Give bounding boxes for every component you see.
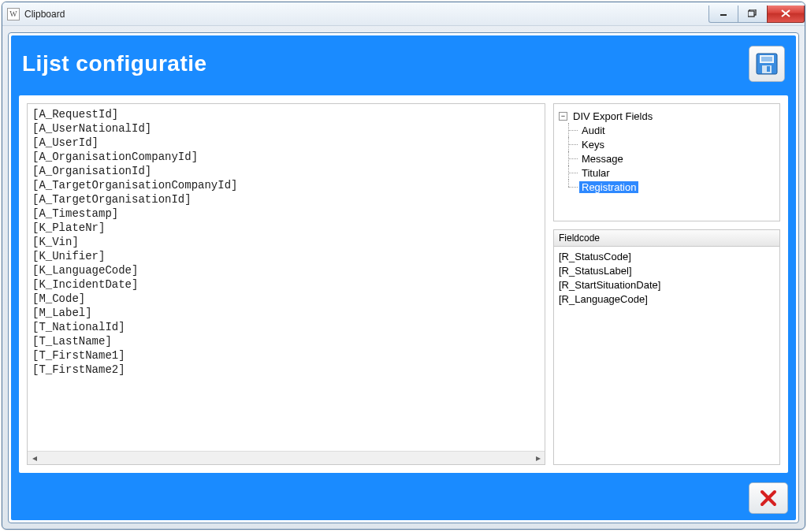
- tree-node[interactable]: Audit: [559, 123, 775, 137]
- right-column: − DIV Export Fields AuditKeysMessageTitu…: [553, 103, 780, 465]
- content-panel: ◂ ▸ − DIV Export Fields: [19, 95, 788, 473]
- fieldcode-row[interactable]: [R_StatusCode]: [559, 250, 775, 264]
- cancel-icon: [760, 489, 777, 507]
- fieldcode-header[interactable]: Fieldcode: [554, 230, 779, 247]
- tree-node-label: Registration: [579, 181, 638, 193]
- svg-rect-1: [749, 9, 756, 15]
- close-window-button[interactable]: [767, 6, 805, 23]
- minimize-icon: [720, 9, 727, 17]
- field-list-editor[interactable]: [28, 104, 545, 451]
- save-button[interactable]: [749, 46, 785, 82]
- client-area: Lijst configuratie: [8, 32, 799, 523]
- tree-node[interactable]: Keys: [559, 137, 775, 151]
- layout: ◂ ▸ − DIV Export Fields: [27, 103, 780, 465]
- tree-panel: − DIV Export Fields AuditKeysMessageTitu…: [553, 103, 780, 221]
- export-fields-tree[interactable]: − DIV Export Fields AuditKeysMessageTitu…: [559, 109, 775, 194]
- tree-node[interactable]: Registration: [559, 180, 775, 194]
- svg-line-3: [782, 10, 790, 17]
- fieldcode-row[interactable]: [R_StatusLabel]: [559, 264, 775, 278]
- scroll-left-icon: ◂: [28, 452, 41, 465]
- horizontal-scrollbar[interactable]: ◂ ▸: [28, 451, 545, 464]
- tree-node-label: Audit: [579, 125, 608, 136]
- tree-root[interactable]: − DIV Export Fields: [559, 109, 775, 123]
- app-icon: W: [7, 8, 20, 20]
- svg-rect-2: [748, 11, 754, 17]
- tree-node[interactable]: Titular: [559, 166, 775, 180]
- title-bar: W Clipboard: [2, 2, 805, 26]
- tree-connector-icon: [563, 180, 579, 194]
- close-icon: [781, 9, 790, 17]
- scroll-right-icon: ▸: [531, 452, 545, 465]
- page-header: Lijst configuratie: [11, 35, 796, 92]
- editor-panel: ◂ ▸: [27, 103, 545, 465]
- tree-root-label: DIV Export Fields: [571, 110, 655, 122]
- maximize-button[interactable]: [738, 6, 768, 23]
- minimize-button[interactable]: [708, 6, 738, 23]
- tree-connector-icon: [563, 123, 579, 137]
- app-window: W Clipboard Lijst configu: [2, 2, 805, 530]
- fieldcode-panel: Fieldcode [R_StatusCode][R_StatusLabel][…: [553, 229, 780, 465]
- svg-rect-11: [767, 66, 770, 72]
- page-title: Lijst configuratie: [22, 51, 207, 76]
- tree-connector-icon: [563, 166, 579, 180]
- window-title: Clipboard: [24, 9, 65, 20]
- tree-node-label: Keys: [579, 139, 607, 151]
- blue-panel: Lijst configuratie: [11, 35, 796, 520]
- tree-connector-icon: [563, 151, 579, 166]
- tree-node-label: Titular: [579, 167, 612, 179]
- expander-icon[interactable]: −: [559, 112, 567, 121]
- cancel-button[interactable]: [749, 482, 788, 514]
- tree-node[interactable]: Message: [559, 151, 775, 166]
- save-icon: [756, 53, 778, 75]
- tree-node-label: Message: [579, 153, 626, 165]
- footer: [19, 482, 788, 514]
- svg-line-4: [782, 10, 790, 17]
- maximize-icon: [748, 9, 757, 17]
- tree-connector-icon: [563, 137, 579, 151]
- fieldcode-row[interactable]: [R_StartSituationDate]: [559, 278, 775, 292]
- fieldcode-row[interactable]: [R_LanguageCode]: [559, 292, 775, 307]
- fieldcode-list[interactable]: [R_StatusCode][R_StatusLabel][R_StartSit…: [554, 247, 779, 310]
- window-buttons: [709, 6, 805, 23]
